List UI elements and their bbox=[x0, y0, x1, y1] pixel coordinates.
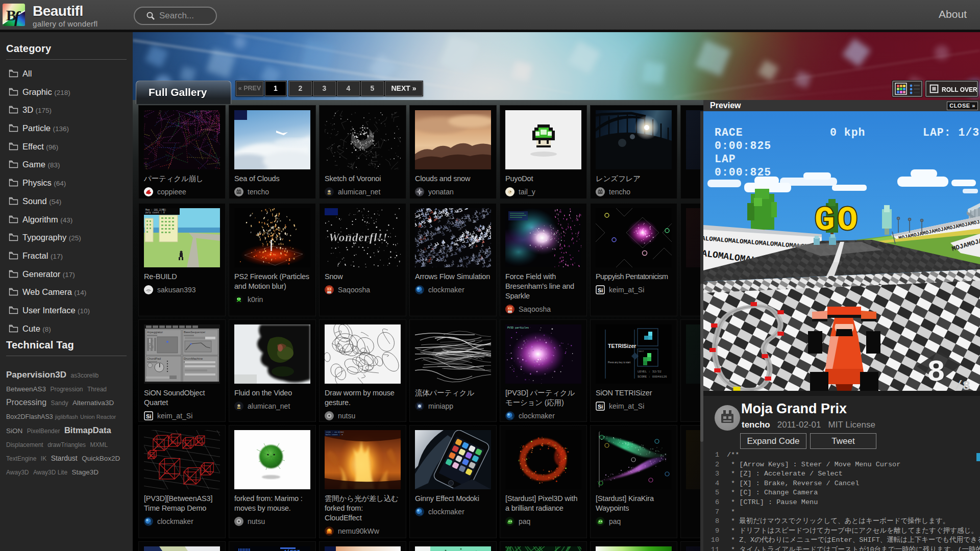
svg-text:bols count : 0: bols count : 0 bbox=[326, 434, 343, 436]
svg-text:Wonderfl!!: Wonderfl!! bbox=[329, 231, 388, 244]
svg-text:RACE: RACE bbox=[715, 127, 743, 139]
svg-text:0 kph: 0 kph bbox=[830, 127, 866, 139]
svg-text:0:00:825: 0:00:825 bbox=[715, 140, 771, 152]
svg-text:Arpeggiator: Arpeggiator bbox=[147, 331, 163, 334]
svg-text:GO: GO bbox=[815, 202, 860, 240]
svg-text:ChordPad: ChordPad bbox=[147, 357, 161, 360]
svg-text:Si: Si bbox=[146, 413, 151, 419]
svg-text:8: 8 bbox=[927, 355, 945, 390]
svg-text:NEXT: NEXT bbox=[639, 350, 644, 353]
svg-text:BassSequencer: BassSequencer bbox=[184, 331, 205, 334]
svg-text:0:00:825: 0:00:825 bbox=[715, 166, 771, 179]
svg-text:DrumMachine: DrumMachine bbox=[184, 357, 203, 360]
svg-text:LAP: 1/3: LAP: 1/3 bbox=[923, 127, 979, 139]
svg-text:TETRISizer: TETRISizer bbox=[608, 343, 636, 349]
svg-text:Si: Si bbox=[598, 287, 603, 293]
svg-text:poly count : 0: poly count : 0 bbox=[145, 211, 165, 214]
svg-text:SCORE : 00048126: SCORE : 00048126 bbox=[638, 375, 667, 379]
svg-text:4(ESI: 4(ESI bbox=[283, 549, 300, 551]
svg-text:Si: Si bbox=[598, 404, 603, 410]
svg-text:Stem : 29.5(MB): Stem : 29.5(MB) bbox=[326, 431, 344, 433]
svg-text:PV3D particles: PV3D particles bbox=[507, 327, 529, 330]
svg-text:Press any key to start: Press any key to start bbox=[608, 361, 631, 364]
svg-text:LEVEL : 32/32: LEVEL : 32/32 bbox=[638, 370, 662, 373]
svg-text:LAP: LAP bbox=[715, 153, 736, 165]
